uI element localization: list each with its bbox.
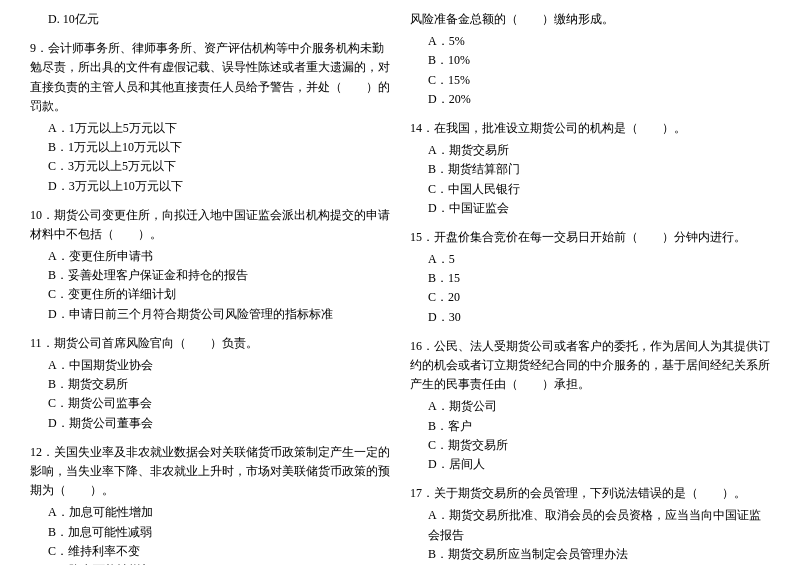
question-9: 9．会计师事务所、律师事务所、资产评估机构等中介服务机构未勤勉尽责，所出具的文件… (30, 39, 390, 196)
q16-option-d: D．居间人 (410, 455, 770, 474)
q10-option-a: A．变更住所申请书 (30, 247, 390, 266)
q13-option-d: D．20% (410, 90, 770, 109)
q9-text: 9．会计师事务所、律师事务所、资产评估机构等中介服务机构未勤勉尽责，所出具的文件… (30, 39, 390, 116)
q15-text: 15．开盘价集合竞价在每一交易日开始前（ ）分钟内进行。 (410, 228, 770, 247)
q16-option-a: A．期货公司 (410, 397, 770, 416)
question-15: 15．开盘价集合竞价在每一交易日开始前（ ）分钟内进行。 A．5 B．15 C．… (410, 228, 770, 327)
q10-option-d: D．申请日前三个月符合期货公司风险管理的指标标准 (30, 305, 390, 324)
q11-option-b: B．期货交易所 (30, 375, 390, 394)
q9-option-d: D．3万元以上10万元以下 (30, 177, 390, 196)
q11-text: 11．期货公司首席风险官向（ ）负责。 (30, 334, 390, 353)
q13-option-c: C．15% (410, 71, 770, 90)
top-option-block: D. 10亿元 (30, 10, 390, 29)
q14-option-c: C．中国人民银行 (410, 180, 770, 199)
q17-option-a: A．期货交易所批准、取消会员的会员资格，应当当向中国证监会报告 (410, 506, 770, 544)
left-column: D. 10亿元 9．会计师事务所、律师事务所、资产评估机构等中介服务机构未勤勉尽… (30, 10, 390, 565)
question-12: 12．关国失业率及非农就业数据会对关联储货币政策制定产生一定的影响，当失业率下降… (30, 443, 390, 565)
q17-text: 17．关于期货交易所的会员管理，下列说法错误的是（ ）。 (410, 484, 770, 503)
question-14: 14．在我国，批准设立期货公司的机构是（ ）。 A．期货交易所 B．期货结算部门… (410, 119, 770, 218)
option-d-top: D. 10亿元 (30, 10, 390, 29)
q14-option-b: B．期货结算部门 (410, 160, 770, 179)
q9-option-b: B．1万元以上10万元以下 (30, 138, 390, 157)
q12-option-d: D．降息可能性增加 (30, 561, 390, 565)
q13-option-a: A．5% (410, 32, 770, 51)
page-container: D. 10亿元 9．会计师事务所、律师事务所、资产评估机构等中介服务机构未勤勉尽… (30, 10, 770, 565)
q12-option-b: B．加息可能性减弱 (30, 523, 390, 542)
q10-option-b: B．妥善处理客户保证金和持仓的报告 (30, 266, 390, 285)
q16-option-c: C．期货交易所 (410, 436, 770, 455)
question-10: 10．期货公司变更住所，向拟迁入地中国证监会派出机构提交的申请材料中不包括（ ）… (30, 206, 390, 324)
right-column: 风险准备金总额的（ ）缴纳形成。 A．5% B．10% C．15% D．20% … (410, 10, 770, 565)
q16-option-b: B．客户 (410, 417, 770, 436)
q15-option-c: C．20 (410, 288, 770, 307)
q16-text: 16．公民、法人受期货公司或者客户的委托，作为居间人为其提供订约的机会或者订立期… (410, 337, 770, 395)
q14-option-d: D．中国证监会 (410, 199, 770, 218)
q14-text: 14．在我国，批准设立期货公司的机构是（ ）。 (410, 119, 770, 138)
q15-option-d: D．30 (410, 308, 770, 327)
question-16: 16．公民、法人受期货公司或者客户的委托，作为居间人为其提供订约的机会或者订立期… (410, 337, 770, 474)
q9-option-c: C．3万元以上5万元以下 (30, 157, 390, 176)
question-11: 11．期货公司首席风险官向（ ）负责。 A．中国期货业协会 B．期货交易所 C．… (30, 334, 390, 433)
q15-option-b: B．15 (410, 269, 770, 288)
q10-text: 10．期货公司变更住所，向拟迁入地中国证监会派出机构提交的申请材料中不包括（ ）… (30, 206, 390, 244)
q11-option-c: C．期货公司监事会 (30, 394, 390, 413)
two-column-layout: D. 10亿元 9．会计师事务所、律师事务所、资产评估机构等中介服务机构未勤勉尽… (30, 10, 770, 565)
q13-option-b: B．10% (410, 51, 770, 70)
q12-option-c: C．维持利率不变 (30, 542, 390, 561)
q13-continuation: 风险准备金总额的（ ）缴纳形成。 A．5% B．10% C．15% D．20% (410, 10, 770, 109)
question-17: 17．关于期货交易所的会员管理，下列说法错误的是（ ）。 A．期货交易所批准、取… (410, 484, 770, 565)
q14-option-a: A．期货交易所 (410, 141, 770, 160)
q11-option-d: D．期货公司董事会 (30, 414, 390, 433)
q9-option-a: A．1万元以上5万元以下 (30, 119, 390, 138)
q15-option-a: A．5 (410, 250, 770, 269)
q13-cont-text: 风险准备金总额的（ ）缴纳形成。 (410, 10, 770, 29)
q17-option-b: B．期货交易所应当制定会员管理办法 (410, 545, 770, 564)
q11-option-a: A．中国期货业协会 (30, 356, 390, 375)
q10-option-c: C．变更住所的详细计划 (30, 285, 390, 304)
q12-option-a: A．加息可能性增加 (30, 503, 390, 522)
q12-text: 12．关国失业率及非农就业数据会对关联储货币政策制定产生一定的影响，当失业率下降… (30, 443, 390, 501)
